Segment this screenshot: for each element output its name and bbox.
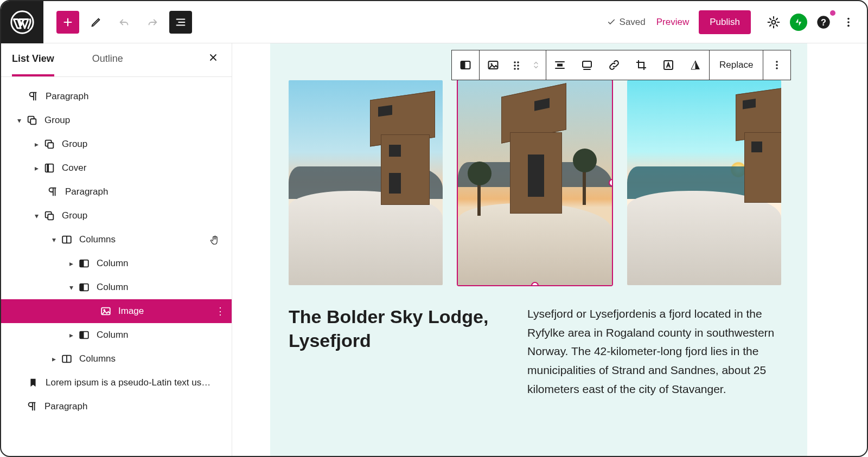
svg-point-30 [517,61,519,63]
content-heading[interactable]: The Bolder Sky Lodge, Lysefjord [289,305,495,398]
svg-rect-17 [80,260,84,267]
tree-node-label: Group [62,139,87,150]
publish-button[interactable]: Publish [699,10,751,34]
saved-label: Saved [620,17,646,28]
block-tree: Paragraph ▾ Group ▸ Group ▸ Cover [1,77,232,457]
tree-node-column[interactable]: ▸ Column [1,323,232,347]
svg-rect-11 [46,164,54,172]
toolbar-move-buttons[interactable] [526,50,546,80]
toolbar-drag-handle[interactable] [507,50,526,80]
tree-node-group[interactable]: ▾ Group [1,204,232,228]
toolbar-block-type-button[interactable] [480,50,507,80]
content-paragraph[interactable]: Lysefjord or Lysefjordenis a fjord locat… [527,305,789,398]
chevron-right-icon[interactable]: ▸ [65,259,77,268]
redo-button[interactable] [141,11,164,34]
svg-text:?: ? [821,17,826,27]
tree-node-paragraph[interactable]: Paragraph [1,85,232,108]
preview-link[interactable]: Preview [656,17,689,28]
image-placeholder[interactable] [627,80,781,285]
move-up-down-icon [531,59,541,72]
tree-node-label: Paragraph [65,186,108,197]
toolbar-link-button[interactable] [601,50,628,80]
tree-node-label: Columns [79,353,116,364]
tree-node-cover[interactable]: ▸ Cover [1,156,232,180]
toolbar-duotone-button[interactable] [682,50,709,80]
group-icon [42,137,56,151]
tree-node-columns[interactable]: ▸ Columns [1,347,232,371]
chevron-right-icon[interactable]: ▸ [30,140,42,149]
undo-button[interactable] [113,11,136,34]
tree-node-options-button[interactable]: ⋮ [215,305,225,317]
toolbar-select-parent-button[interactable] [452,50,479,80]
close-panel-button[interactable] [208,52,219,66]
edit-tools-button[interactable] [85,11,107,34]
drag-handle-icon [510,59,523,72]
page-content: The Bolder Sky Lodge, Lysefjord Lysefjor… [270,43,807,457]
svg-rect-14 [48,214,53,220]
svg-rect-23 [80,332,84,339]
tab-list-view[interactable]: List View [12,53,54,76]
document-overview-panel: List View Outline Paragraph ▾ Group ▸ [1,43,232,457]
tree-node-label: Column [97,282,129,293]
close-icon [208,52,219,63]
editor-topbar: Saved Preview Publish ? [1,1,867,43]
toolbar-caption-button[interactable] [573,50,601,80]
duotone-icon [689,59,702,72]
add-block-button[interactable] [56,11,79,34]
chevron-right-icon[interactable]: ▸ [48,355,60,363]
svg-point-31 [514,65,516,67]
gear-icon [767,15,781,29]
svg-rect-26 [461,61,465,69]
more-vertical-icon [843,16,854,28]
block-toolbar: Replace [451,50,791,80]
undo-icon [118,16,130,28]
text-overlay-icon [662,59,675,72]
tree-node-paragraph[interactable]: Paragraph [1,180,232,204]
editor-canvas[interactable]: Replace [232,43,867,457]
tree-node-column[interactable]: ▸ Column [1,252,232,275]
column-icon [77,328,91,342]
paragraph-icon [25,400,39,414]
settings-button[interactable] [763,11,784,33]
tree-node-column[interactable]: ▾ Column [1,275,232,299]
svg-point-5 [847,21,850,23]
tree-node-paragraph[interactable]: · Paragraph [1,395,232,419]
svg-point-1 [772,20,776,24]
tree-node-image-selected[interactable]: Image ⋮ [1,299,232,323]
wordpress-logo[interactable] [1,1,43,43]
tree-node-columns[interactable]: ▾ Columns [1,228,232,252]
chevron-right-icon[interactable]: ▸ [65,331,77,339]
tree-node-label: Cover [62,163,86,173]
svg-rect-36 [583,61,591,67]
toolbar-replace-button[interactable]: Replace [710,60,763,70]
group-icon [42,209,56,223]
chevron-down-icon[interactable]: ▾ [48,235,60,244]
document-overview-button[interactable] [169,11,192,34]
tab-outline[interactable]: Outline [92,53,123,74]
svg-point-38 [776,61,778,63]
image-block-selected[interactable] [458,80,612,285]
tree-node-label: Paragraph [44,401,87,412]
svg-point-4 [847,17,850,20]
toolbar-align-button[interactable] [546,50,573,80]
chevron-down-icon[interactable]: ▾ [30,211,42,220]
tree-node-label: Column [97,330,129,340]
wordpress-icon [10,10,34,34]
help-button[interactable]: ? [813,11,834,33]
jetpack-button[interactable] [788,11,809,33]
chevron-down-icon[interactable]: ▾ [65,283,77,292]
toolbar-more-button[interactable] [763,50,790,80]
tree-node-group[interactable]: ▸ Group [1,132,232,156]
svg-rect-10 [48,143,53,148]
tree-node-group[interactable]: ▾ Group [1,108,232,132]
more-options-button[interactable] [838,11,859,33]
check-icon [607,17,616,27]
pencil-icon [90,16,102,28]
chevron-down-icon[interactable]: ▾ [13,116,25,125]
tree-node-reusable[interactable]: Lorem ipsum is a pseudo-Latin text us… [1,371,232,395]
toolbar-crop-button[interactable] [628,50,655,80]
image-placeholder[interactable] [289,80,443,285]
toolbar-text-overlay-button[interactable] [655,50,682,80]
chevron-right-icon[interactable]: ▸ [30,164,42,172]
svg-point-6 [847,24,850,27]
